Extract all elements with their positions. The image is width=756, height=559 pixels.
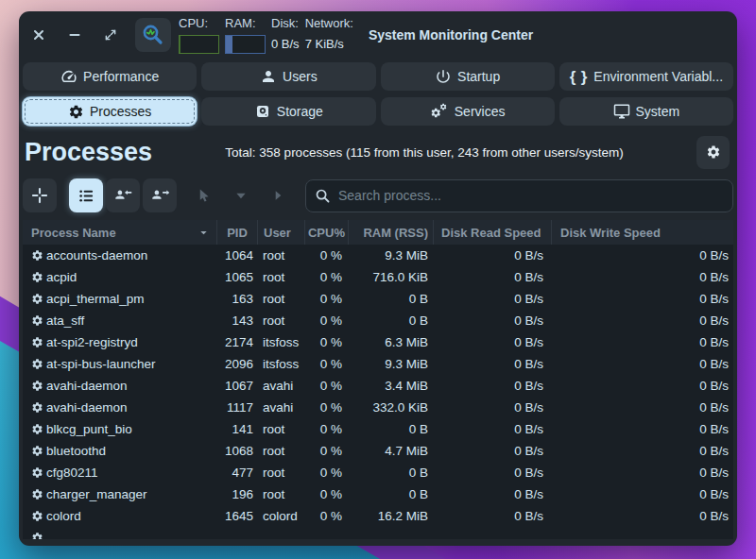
- process-user: root: [257, 422, 304, 436]
- tab-bar: Performance Users Startup { } Environmen…: [23, 62, 733, 126]
- process-name: colord: [46, 509, 81, 523]
- collapse-all-button[interactable]: [224, 178, 258, 212]
- process-user: avahi: [257, 400, 304, 415]
- process-ram: 0 B: [348, 313, 433, 328]
- table-row[interactable]: accounts-daemon 1064 root 0 % 9.3 MiB 0 …: [23, 245, 733, 266]
- process-name: charger_manager: [46, 487, 147, 501]
- process-ram: 0 B: [348, 422, 433, 436]
- table-row[interactable]: avahi-daemon 1067 avahi 0 % 3.4 MiB 0 B/…: [23, 375, 733, 397]
- process-disk-write: 0 B/s: [551, 444, 733, 458]
- search-input[interactable]: [305, 179, 733, 212]
- maximize-button[interactable]: [103, 27, 118, 42]
- tab-storage[interactable]: Storage: [201, 97, 375, 126]
- process-name: acpid: [46, 270, 77, 284]
- app-icon: [135, 18, 171, 52]
- column-header-process-name[interactable]: Process Name: [23, 220, 216, 245]
- process-disk-write: 0 B/s: [551, 335, 733, 349]
- show-other-users-button[interactable]: [143, 178, 177, 212]
- table-row[interactable]: blkcg_punt_bio 141 root 0 % 0 B 0 B/s 0 …: [23, 418, 733, 440]
- tab-system[interactable]: System: [559, 97, 733, 126]
- process-name: acpi_thermal_pm: [46, 292, 145, 306]
- close-button[interactable]: [31, 27, 46, 42]
- tab-processes[interactable]: Processes: [23, 97, 197, 126]
- process-disk-read: 0 B/s: [433, 248, 551, 263]
- table-row[interactable]: avahi-daemon 1117 avahi 0 % 332.0 KiB 0 …: [23, 397, 733, 418]
- table-row[interactable]: colord 1645 colord 0 % 16.2 MiB 0 B/s 0 …: [23, 505, 733, 527]
- process-user: colord: [257, 509, 304, 523]
- process-name: cfg80211: [46, 466, 98, 480]
- list-view-button[interactable]: [69, 178, 103, 212]
- tab-performance[interactable]: Performance: [23, 62, 197, 91]
- table-row[interactable]: acpi_thermal_pm 163 root 0 % 0 B 0 B/s 0…: [23, 288, 733, 310]
- process-pid: 477: [216, 466, 257, 480]
- tab-environment-variables[interactable]: { } Environment Variabl...: [559, 62, 733, 91]
- process-gear-icon: [31, 401, 43, 414]
- tab-services[interactable]: Services: [381, 97, 555, 126]
- column-header-pid[interactable]: PID: [216, 220, 257, 245]
- search-icon: [315, 188, 331, 204]
- tab-startup[interactable]: Startup: [381, 62, 555, 91]
- table-row[interactable]: at-spi-bus-launcher 2096 itsfoss 0 % 9.3…: [23, 353, 733, 375]
- process-gear-icon: [31, 314, 43, 327]
- process-disk-write: 0 B/s: [551, 487, 733, 501]
- process-ram: 4.7 MiB: [348, 444, 433, 458]
- process-pid: 1067: [216, 379, 257, 393]
- process-ram: 9.3 MiB: [348, 357, 433, 371]
- process-cpu: 0 %: [304, 248, 348, 263]
- ram-stat: RAM:: [225, 16, 266, 54]
- column-header-disk-write[interactable]: Disk Write Speed: [551, 220, 733, 245]
- desktop-wallpaper: CPU: RAM: Disk: 0 B/s Network: 7 KiB/s S…: [0, 0, 756, 559]
- table-header: Process Name PID User CPU% RAM (RSS) Dis…: [23, 220, 733, 245]
- process-disk-read: 0 B/s: [433, 379, 551, 393]
- process-disk-read: 0 B/s: [433, 335, 551, 349]
- select-process-button[interactable]: [187, 178, 221, 212]
- tab-users[interactable]: Users: [201, 62, 375, 91]
- process-disk-write: 0 B/s: [551, 466, 733, 480]
- tab-label: Services: [455, 104, 506, 119]
- process-disk-write: 0 B/s: [551, 313, 733, 328]
- speedometer-icon: [60, 68, 77, 85]
- process-gear-icon: [31, 293, 43, 305]
- process-disk-read: 0 B/s: [433, 466, 551, 480]
- process-user: root: [257, 270, 304, 284]
- process-count-summary: Total: 358 processes (115 from this user…: [152, 145, 696, 160]
- process-cpu: 0 %: [304, 509, 348, 523]
- table-row[interactable]: cfg80211 477 root 0 % 0 B 0 B/s 0 B/s: [23, 462, 733, 483]
- process-ram: 716.0 KiB: [348, 270, 433, 284]
- process-name: avahi-daemon: [46, 400, 128, 415]
- column-header-cpu[interactable]: CPU%: [304, 220, 348, 245]
- process-gear-icon: [31, 271, 43, 283]
- column-header-user[interactable]: User: [257, 220, 304, 245]
- show-this-user-button[interactable]: [106, 178, 140, 212]
- process-gear-icon: [31, 510, 43, 522]
- process-cpu: 0 %: [304, 466, 348, 480]
- process-pid: 1065: [216, 270, 257, 284]
- process-ram: 3.4 MiB: [348, 379, 433, 393]
- process-disk-read: 0 B/s: [433, 509, 551, 523]
- toolbar: [23, 178, 733, 212]
- column-header-disk-read[interactable]: Disk Read Speed: [433, 220, 551, 245]
- user-icon: [260, 68, 277, 85]
- process-pid: 141: [216, 422, 257, 436]
- page-header: Processes Total: 358 processes (115 from…: [23, 133, 730, 171]
- minimize-button[interactable]: [67, 27, 82, 42]
- process-user: itsfoss: [257, 335, 304, 349]
- process-user: root: [257, 248, 304, 263]
- expand-collapse-button[interactable]: [23, 178, 57, 212]
- process-user: itsfoss: [257, 357, 304, 371]
- table-row[interactable]: at-spi2-registryd 2174 itsfoss 0 % 6.3 M…: [23, 331, 733, 353]
- expand-all-button[interactable]: [261, 178, 295, 212]
- process-disk-read: 0 B/s: [433, 270, 551, 284]
- process-disk-read: 0 B/s: [433, 400, 551, 415]
- table-row[interactable]: ata_sff 143 root 0 % 0 B 0 B/s 0 B/s: [23, 310, 733, 331]
- settings-button[interactable]: [696, 136, 730, 169]
- user-arrow-left-icon: [113, 186, 132, 205]
- column-header-ram[interactable]: RAM (RSS): [348, 220, 433, 245]
- table-row-partial[interactable]: [23, 527, 733, 539]
- table-row[interactable]: bluetoothd 1068 root 0 % 4.7 MiB 0 B/s 0…: [23, 440, 733, 462]
- table-row[interactable]: acpid 1065 root 0 % 716.0 KiB 0 B/s 0 B/…: [23, 266, 733, 288]
- table-row[interactable]: charger_manager 196 root 0 % 0 B 0 B/s 0…: [23, 483, 733, 505]
- process-gear-icon: [31, 380, 43, 392]
- tab-label: System: [636, 104, 680, 119]
- process-cpu: 0 %: [304, 400, 348, 415]
